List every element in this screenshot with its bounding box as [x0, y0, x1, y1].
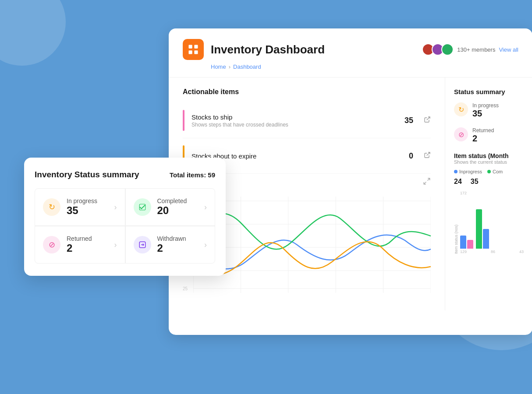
svg-line-7: [424, 182, 426, 184]
status-summary-title: Status summary: [454, 88, 524, 95]
breadcrumb-separator: ›: [229, 63, 231, 70]
chevron-right-icon: ›: [114, 203, 117, 212]
grid-item-text-returned: Returned 2: [67, 235, 108, 254]
count-completed: 35: [471, 178, 479, 186]
svg-rect-3: [194, 50, 198, 54]
status-icon-inprogress: ↻: [454, 102, 468, 116]
svg-line-4: [427, 117, 430, 120]
x-axis-values: 129 86 43: [460, 250, 524, 254]
status-count-inprogress: 35: [472, 109, 499, 119]
grid-icon-withdrawn: [134, 236, 151, 253]
total-items-label: Total items:: [170, 171, 206, 179]
refresh-icon: ↻: [458, 106, 464, 114]
status-item-inprogress: ↻ In progress 35: [454, 102, 524, 119]
status-label-inprogress: In progress: [472, 102, 499, 109]
chart-svg: [193, 197, 431, 293]
external-link-icon[interactable]: [424, 116, 431, 125]
grid-icon-completed: [134, 198, 151, 216]
legend-inprogress: Inprogress: [454, 169, 482, 174]
bar-completed-2: [476, 209, 482, 249]
chevron-right-icon-2: ›: [204, 203, 207, 212]
grid-item-text-completed: Completed 20: [157, 197, 199, 217]
grid-item-completed[interactable]: Completed 20 ›: [125, 189, 215, 225]
grid-count-completed: 20: [157, 204, 199, 217]
actionable-items-title: Actionable items: [183, 88, 431, 96]
y-axis-values: 172: [460, 191, 524, 195]
members-row: 130+ members View all: [422, 43, 518, 56]
cancel-icon: ⊘: [458, 130, 464, 139]
chart-legend-row: Inprogress Com: [454, 169, 524, 174]
avatar: [441, 43, 454, 56]
grid-label-completed: Completed: [157, 197, 199, 204]
grid-label-returned: Returned: [67, 235, 108, 242]
overlay-header: Inventory Status summary Total items: 59: [35, 170, 215, 179]
external-link-icon-2[interactable]: [424, 151, 431, 160]
view-all-link[interactable]: View all: [499, 46, 518, 53]
legend-label-completed: Com: [493, 169, 503, 174]
grid-item-inprogress[interactable]: ↻ In progress 35 ›: [35, 189, 125, 225]
action-item-name-expire: Stocks about to expire: [192, 152, 402, 160]
grid-item-text-inprogress: In progress 35: [67, 197, 108, 217]
app-icon: [183, 39, 204, 60]
legend-dot-blue: [454, 170, 458, 173]
bar-group-1: [460, 236, 473, 249]
svg-rect-1: [194, 45, 198, 49]
bar-inprogress-1: [460, 236, 466, 249]
item-status-subtitle: Shows the current status: [454, 159, 524, 165]
status-item-info-returned: Returned 2: [472, 127, 494, 144]
chevron-right-icon-4: ›: [204, 240, 207, 250]
right-sidebar: Status summary ↻ In progress 35 ⊘ Return…: [445, 77, 532, 310]
legend-label-inprogress: Inprogress: [459, 169, 482, 174]
total-items: Total items: 59: [170, 171, 215, 179]
action-item-name: Stocks to ship: [192, 113, 397, 121]
chevron-right-icon-3: ›: [114, 240, 117, 250]
stocks-expire-count: 0: [409, 151, 413, 161]
grid-icon-returned: ⊘: [43, 236, 60, 253]
status-count-returned: 2: [472, 134, 494, 144]
grid-count-withdrawn: 2: [157, 242, 199, 254]
grid-label-inprogress: In progress: [67, 197, 108, 204]
grid-item-text-withdrawn: Withdrawn 2: [157, 235, 199, 254]
action-item-stocks-to-ship: Stocks to ship Shows steps that have cro…: [183, 103, 431, 138]
grid-item-returned[interactable]: ⊘ Returned 2 ›: [35, 226, 125, 263]
dashboard-title: Inventory Dashboard: [211, 43, 325, 56]
overlay-title: Inventory Status summary: [35, 170, 139, 179]
refresh-icon-overlay: ↻: [49, 202, 55, 212]
breadcrumb: Home › Dashboard: [211, 63, 518, 70]
status-item-returned: ⊘ Returned 2: [454, 127, 524, 144]
stocks-to-ship-count: 35: [404, 116, 413, 125]
grid-item-withdrawn[interactable]: Withdrawn 2 ›: [125, 226, 215, 263]
grid-label-withdrawn: Withdrawn: [157, 235, 199, 242]
cancel-icon-overlay: ⊘: [49, 240, 55, 250]
legend-counts: 24 35: [454, 178, 524, 186]
bar-chart-y-label: Item status (nos): [454, 191, 458, 254]
legend-completed: Com: [487, 169, 503, 174]
action-item-desc: Shows steps that have crossed deadlines: [192, 122, 397, 128]
members-count: 130+ members: [457, 46, 495, 53]
bar-inprogress-2: [483, 229, 489, 249]
item-status-title: Item status (Month: [454, 152, 524, 159]
svg-rect-2: [189, 50, 192, 54]
overlay-status-card: Inventory Status summary Total items: 59…: [24, 158, 226, 276]
avatar-group: [422, 43, 454, 56]
status-icon-returned: ⊘: [454, 127, 468, 141]
legend-dot-green: [487, 170, 491, 173]
count-inprogress: 24: [454, 178, 462, 186]
expand-icon[interactable]: [423, 177, 431, 187]
svg-line-5: [427, 152, 430, 155]
check-icon: [138, 203, 146, 211]
total-items-count: 59: [208, 171, 215, 179]
overlay-grid: ↻ In progress 35 › Completed 20 ›: [35, 188, 215, 264]
action-bar-pink: [183, 110, 184, 131]
grid-count-inprogress: 35: [67, 204, 108, 217]
breadcrumb-home[interactable]: Home: [211, 63, 226, 70]
bar-returned-1: [467, 240, 473, 249]
item-status-section: Item status (Month Shows the current sta…: [454, 152, 524, 254]
status-item-info: In progress 35: [472, 102, 499, 119]
breadcrumb-current[interactable]: Dashboard: [233, 63, 261, 70]
svg-rect-0: [189, 45, 192, 49]
grid-icon-inprogress: ↻: [43, 198, 60, 216]
status-label-returned: Returned: [472, 127, 494, 134]
grid-count-returned: 2: [67, 242, 108, 254]
bar-group-2: [476, 209, 489, 249]
